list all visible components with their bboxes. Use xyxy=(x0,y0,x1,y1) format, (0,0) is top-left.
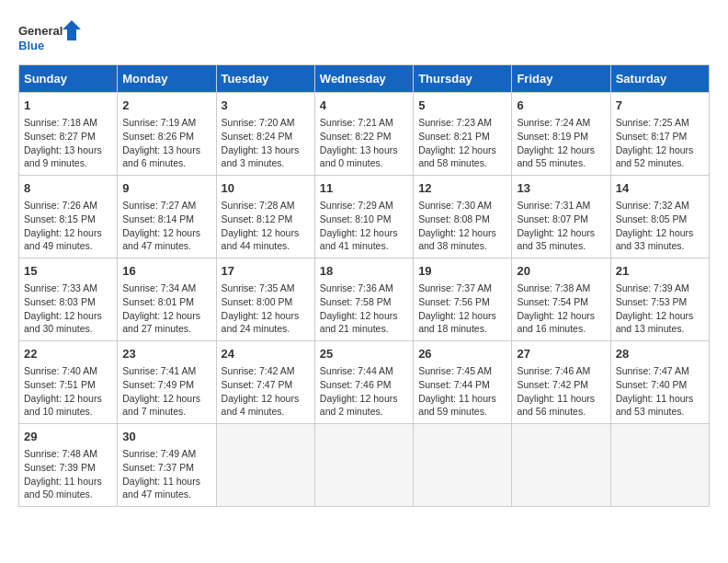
day-info-line: Sunrise: 7:21 AM xyxy=(320,116,408,130)
calendar-cell: 3Sunrise: 7:20 AMSunset: 8:24 PMDaylight… xyxy=(216,93,314,176)
day-info-line: Daylight: 11 hours xyxy=(418,392,506,406)
day-info-line: Daylight: 13 hours xyxy=(122,144,210,157)
day-info-line: Sunrise: 7:19 AM xyxy=(122,116,210,130)
day-info-line: Daylight: 12 hours xyxy=(517,226,605,240)
day-info-line: Daylight: 12 hours xyxy=(122,226,210,240)
day-info-line: Sunset: 8:14 PM xyxy=(122,213,210,226)
day-info-line: Sunrise: 7:25 AM xyxy=(616,116,704,130)
day-info-line: Daylight: 12 hours xyxy=(418,226,506,240)
day-number: 23 xyxy=(122,346,210,362)
day-info-line: Sunset: 8:10 PM xyxy=(320,213,408,226)
svg-marker-2 xyxy=(63,20,81,40)
day-info-line: Daylight: 12 hours xyxy=(222,309,310,323)
day-info-line: Sunrise: 7:30 AM xyxy=(418,199,506,213)
day-info-line: Daylight: 12 hours xyxy=(320,309,408,323)
day-info-line: Daylight: 11 hours xyxy=(122,475,210,488)
day-number: 15 xyxy=(24,263,112,280)
calendar-cell: 15Sunrise: 7:33 AMSunset: 8:03 PMDayligh… xyxy=(19,259,118,341)
day-info-line: Sunrise: 7:29 AM xyxy=(320,199,408,213)
weekday-header: Tuesday xyxy=(216,65,314,93)
day-number: 16 xyxy=(122,263,210,280)
day-info-line: Sunset: 8:21 PM xyxy=(418,130,506,144)
day-info-line: Sunrise: 7:49 AM xyxy=(122,447,210,461)
day-info-line: Sunset: 7:58 PM xyxy=(320,295,408,309)
calendar-cell: 21Sunrise: 7:39 AMSunset: 7:53 PMDayligh… xyxy=(610,259,709,341)
day-info-line: Sunset: 7:46 PM xyxy=(320,378,408,392)
logo-svg: General Blue xyxy=(18,18,83,55)
calendar-cell: 11Sunrise: 7:29 AMSunset: 8:10 PMDayligh… xyxy=(314,176,413,259)
day-info-line: and 50 minutes. xyxy=(24,488,112,501)
calendar-cell: 20Sunrise: 7:38 AMSunset: 7:54 PMDayligh… xyxy=(512,259,610,341)
calendar-cell: 10Sunrise: 7:28 AMSunset: 8:12 PMDayligh… xyxy=(216,176,314,259)
day-info-line: Sunrise: 7:36 AM xyxy=(320,282,408,295)
weekday-header: Saturday xyxy=(610,65,709,93)
day-info-line: and 24 minutes. xyxy=(222,322,310,336)
day-info-line: and 47 minutes. xyxy=(122,239,210,253)
day-number: 18 xyxy=(320,263,408,280)
day-info-line: Sunrise: 7:41 AM xyxy=(122,364,210,378)
day-number: 26 xyxy=(418,346,506,362)
day-number: 1 xyxy=(24,98,112,114)
day-info-line: Sunset: 7:42 PM xyxy=(517,378,605,392)
day-info-line: Daylight: 12 hours xyxy=(616,309,704,323)
day-number: 9 xyxy=(122,180,210,197)
day-info-line: and 4 minutes. xyxy=(222,405,310,419)
day-number: 7 xyxy=(616,98,704,114)
day-info-line: and 30 minutes. xyxy=(24,322,112,336)
calendar-cell: 24Sunrise: 7:42 AMSunset: 7:47 PMDayligh… xyxy=(216,341,314,424)
day-info-line: Daylight: 13 hours xyxy=(24,144,112,157)
weekday-header: Wednesday xyxy=(314,65,413,93)
day-number: 29 xyxy=(24,429,112,445)
day-info-line: Sunrise: 7:48 AM xyxy=(24,447,112,461)
day-number: 30 xyxy=(122,429,210,445)
day-info-line: Daylight: 12 hours xyxy=(418,144,506,157)
day-number: 10 xyxy=(222,180,310,197)
day-info-line: Sunset: 8:26 PM xyxy=(122,130,210,144)
day-info-line: Sunrise: 7:40 AM xyxy=(24,364,112,378)
svg-text:General: General xyxy=(18,24,63,38)
day-info-line: Sunset: 8:03 PM xyxy=(24,295,112,309)
day-number: 11 xyxy=(320,180,408,197)
day-info-line: Sunrise: 7:18 AM xyxy=(24,116,112,130)
day-info-line: Sunset: 8:00 PM xyxy=(222,295,310,309)
day-number: 20 xyxy=(517,263,605,280)
day-number: 22 xyxy=(24,346,112,362)
day-info-line: Sunrise: 7:28 AM xyxy=(222,199,310,213)
day-info-line: Sunrise: 7:35 AM xyxy=(222,282,310,295)
calendar-cell: 8Sunrise: 7:26 AMSunset: 8:15 PMDaylight… xyxy=(19,176,118,259)
day-info-line: and 10 minutes. xyxy=(24,405,112,419)
day-info-line: and 38 minutes. xyxy=(418,239,506,253)
day-info-line: and 58 minutes. xyxy=(418,156,506,170)
page-header: General Blue xyxy=(18,18,710,55)
day-info-line: Sunset: 7:56 PM xyxy=(418,295,506,309)
day-info-line: Sunset: 8:15 PM xyxy=(24,213,112,226)
calendar-week-row: 8Sunrise: 7:26 AMSunset: 8:15 PMDaylight… xyxy=(19,176,710,259)
weekday-header: Friday xyxy=(512,65,610,93)
day-info-line: and 49 minutes. xyxy=(24,239,112,253)
day-info-line: Daylight: 12 hours xyxy=(320,392,408,406)
day-info-line: Sunrise: 7:45 AM xyxy=(418,364,506,378)
day-info-line: Sunset: 7:47 PM xyxy=(222,378,310,392)
day-number: 13 xyxy=(517,180,605,197)
calendar-cell: 5Sunrise: 7:23 AMSunset: 8:21 PMDaylight… xyxy=(414,93,512,176)
day-info-line: Sunrise: 7:27 AM xyxy=(122,199,210,213)
day-info-line: Daylight: 12 hours xyxy=(517,144,605,157)
day-info-line: Daylight: 12 hours xyxy=(24,392,112,406)
calendar-cell xyxy=(512,424,610,507)
day-info-line: Sunrise: 7:39 AM xyxy=(616,282,704,295)
calendar-cell: 9Sunrise: 7:27 AMSunset: 8:14 PMDaylight… xyxy=(118,176,216,259)
calendar-cell xyxy=(216,424,314,507)
calendar-table: SundayMondayTuesdayWednesdayThursdayFrid… xyxy=(18,64,710,507)
day-number: 17 xyxy=(222,263,310,280)
day-info-line: and 0 minutes. xyxy=(320,156,408,170)
day-info-line: Daylight: 12 hours xyxy=(418,309,506,323)
weekday-header: Sunday xyxy=(19,65,118,93)
day-info-line: Sunset: 8:07 PM xyxy=(517,213,605,226)
day-number: 19 xyxy=(418,263,506,280)
day-info-line: Sunset: 7:51 PM xyxy=(24,378,112,392)
day-info-line: Sunset: 7:54 PM xyxy=(517,295,605,309)
day-info-line: Sunset: 8:01 PM xyxy=(122,295,210,309)
day-info-line: Daylight: 11 hours xyxy=(517,392,605,406)
day-info-line: Sunset: 8:19 PM xyxy=(517,130,605,144)
weekday-header: Thursday xyxy=(414,65,512,93)
